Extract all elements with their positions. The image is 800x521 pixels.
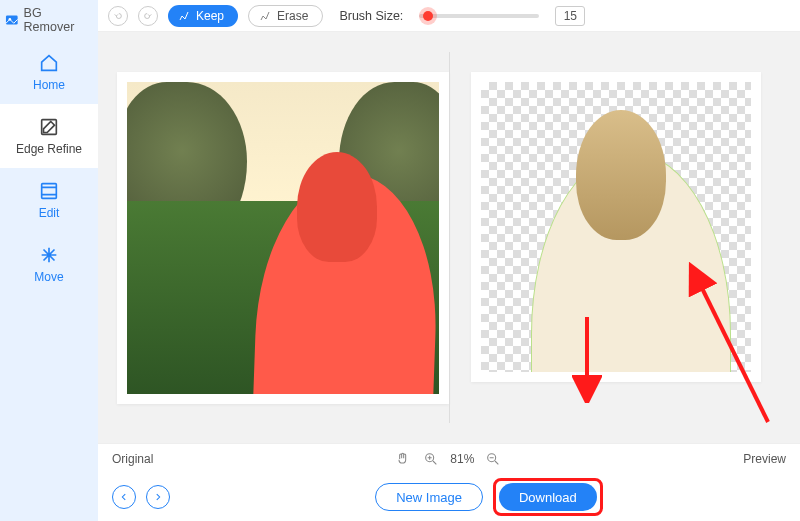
brush-keep-icon bbox=[178, 10, 190, 22]
main-area: Keep Erase Brush Size: 15 bbox=[98, 0, 800, 521]
download-button[interactable]: Download bbox=[499, 483, 597, 511]
original-image[interactable] bbox=[127, 82, 439, 394]
prev-image-button[interactable] bbox=[112, 485, 136, 509]
edge-refine-icon bbox=[38, 116, 60, 138]
redo-icon bbox=[143, 11, 153, 21]
preview-image-frame bbox=[471, 72, 761, 382]
next-image-button[interactable] bbox=[146, 485, 170, 509]
undo-icon bbox=[113, 11, 123, 21]
zoom-level: 81% bbox=[450, 452, 474, 466]
preview-label: Preview bbox=[743, 452, 786, 466]
brush-size-slider[interactable] bbox=[419, 14, 539, 18]
sidebar-item-label: Home bbox=[33, 78, 65, 92]
erase-label: Erase bbox=[277, 9, 308, 23]
move-icon bbox=[38, 244, 60, 266]
download-label: Download bbox=[519, 490, 577, 505]
zoom-out-button[interactable] bbox=[484, 450, 502, 468]
brush-erase-icon bbox=[259, 10, 271, 22]
slider-thumb[interactable] bbox=[423, 11, 433, 21]
new-image-label: New Image bbox=[396, 490, 462, 505]
preview-panel bbox=[449, 72, 782, 425]
erase-button[interactable]: Erase bbox=[248, 5, 323, 27]
keep-button[interactable]: Keep bbox=[168, 5, 238, 27]
redo-button[interactable] bbox=[138, 6, 158, 26]
chevron-left-icon bbox=[119, 492, 129, 502]
sidebar-item-edit[interactable]: Edit bbox=[0, 168, 98, 232]
toolbar: Keep Erase Brush Size: 15 bbox=[98, 0, 800, 32]
canvas-area bbox=[98, 32, 800, 443]
sidebar-item-home[interactable]: Home bbox=[0, 40, 98, 104]
sidebar: BG Remover Home Edge Refine Edit Move bbox=[0, 0, 98, 521]
edit-icon bbox=[38, 180, 60, 202]
home-icon bbox=[38, 52, 60, 74]
sidebar-item-move[interactable]: Move bbox=[0, 232, 98, 296]
hand-icon bbox=[395, 451, 411, 467]
preview-image[interactable] bbox=[481, 82, 751, 372]
brush-size-label: Brush Size: bbox=[339, 9, 403, 23]
status-bar: Original 81% Preview bbox=[98, 443, 800, 473]
brush-size-value[interactable]: 15 bbox=[555, 6, 585, 26]
panel-divider bbox=[449, 52, 450, 423]
sidebar-item-label: Edit bbox=[39, 206, 60, 220]
original-image-frame bbox=[117, 72, 449, 404]
chevron-right-icon bbox=[153, 492, 163, 502]
svg-rect-0 bbox=[6, 15, 18, 24]
undo-button[interactable] bbox=[108, 6, 128, 26]
svg-rect-3 bbox=[42, 184, 57, 199]
brand-logo: BG Remover bbox=[0, 0, 98, 40]
brand-title: BG Remover bbox=[24, 6, 94, 34]
nav-arrows bbox=[112, 485, 170, 509]
keep-label: Keep bbox=[196, 9, 224, 23]
pan-tool-button[interactable] bbox=[394, 450, 412, 468]
sidebar-item-label: Edge Refine bbox=[16, 142, 82, 156]
zoom-in-icon bbox=[423, 451, 439, 467]
bottom-bar: New Image Download bbox=[98, 473, 800, 521]
new-image-button[interactable]: New Image bbox=[375, 483, 483, 511]
logo-icon bbox=[4, 12, 20, 28]
original-panel bbox=[116, 72, 449, 425]
original-label: Original bbox=[112, 452, 153, 466]
zoom-out-icon bbox=[485, 451, 501, 467]
sidebar-item-edge-refine[interactable]: Edge Refine bbox=[0, 104, 98, 168]
sidebar-item-label: Move bbox=[34, 270, 63, 284]
zoom-in-button[interactable] bbox=[422, 450, 440, 468]
